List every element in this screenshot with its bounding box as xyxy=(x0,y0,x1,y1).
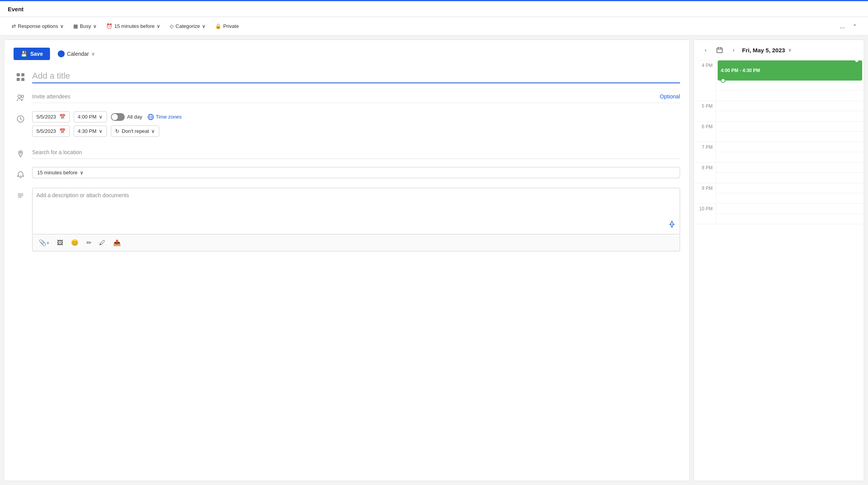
response-options-button[interactable]: ⇄ Response options ∨ xyxy=(8,21,68,31)
start-datetime-row: 5/5/2023 📅 4:00 PM ∨ All day xyxy=(32,111,680,122)
repeat-chevron-icon: ∨ xyxy=(151,128,155,134)
insert-button[interactable]: 📤 xyxy=(111,237,123,248)
repeat-icon: ↻ xyxy=(115,128,119,134)
attendees-field-container: Invite attendees Optional xyxy=(32,90,680,103)
reminder-toolbar-button[interactable]: ⏰ 15 minutes before ∨ xyxy=(102,21,164,31)
more-dots-icon: ... xyxy=(840,23,845,29)
time-slot-7pm[interactable] xyxy=(716,142,864,162)
emoji-button[interactable]: 😊 xyxy=(69,237,81,248)
reminder-chevron-icon: ∨ xyxy=(157,23,160,29)
time-row-4pm: 4 PM 4:00 PM - 4:30 PM xyxy=(694,60,864,101)
diamond-icon xyxy=(668,220,676,230)
response-options-chevron-icon: ∨ xyxy=(60,23,64,29)
calendar-date-label[interactable]: Fri, May 5, 2023 xyxy=(742,47,785,53)
globe-icon xyxy=(148,114,154,120)
time-row-6pm: 6 PM xyxy=(694,122,864,142)
datetime-fields-1: 5/5/2023 📅 4:00 PM ∨ All day xyxy=(32,111,680,140)
attach-button[interactable]: 📎 ∨ xyxy=(36,237,52,248)
nav-next-button[interactable]: › xyxy=(728,45,739,55)
emoji-icon: 😊 xyxy=(71,239,79,246)
time-slot-6pm[interactable] xyxy=(716,122,864,142)
svg-point-10 xyxy=(20,152,21,153)
collapse-chevron-icon: ⌃ xyxy=(852,23,857,29)
time-label-9pm: 9 PM xyxy=(694,183,716,191)
collapse-button[interactable]: ⌃ xyxy=(849,21,860,31)
time-row-10pm: 10 PM xyxy=(694,204,864,224)
location-pin-icon xyxy=(14,147,28,161)
event-handle-bottom[interactable] xyxy=(721,78,725,83)
categorize-icon: ◇ xyxy=(170,23,174,29)
svg-rect-3 xyxy=(21,78,24,81)
event-handle-top[interactable] xyxy=(854,60,859,63)
save-section: 💾 Save Calendar ∨ xyxy=(14,48,680,60)
save-button[interactable]: 💾 Save xyxy=(14,48,50,60)
description-placeholder: Add a description or attach documents xyxy=(36,192,129,198)
repeat-selector[interactable]: ↻ Don't repeat ∨ xyxy=(111,126,159,137)
calendar-icon: 📅 xyxy=(59,114,65,120)
busy-button[interactable]: ▦ Busy ∨ xyxy=(69,21,101,31)
calendar-date-chevron-icon: ∨ xyxy=(788,47,792,53)
time-grid: 4 PM 4:00 PM - 4:30 PM 5 PM xyxy=(694,60,864,481)
main-layout: 💾 Save Calendar ∨ xyxy=(0,36,868,485)
insert-icon: 📤 xyxy=(113,239,121,246)
title-row xyxy=(14,69,680,84)
calendar-chevron-icon: ∨ xyxy=(91,51,95,57)
time-label-10pm: 10 PM xyxy=(694,204,716,212)
svg-rect-1 xyxy=(21,73,24,76)
start-time-picker[interactable]: 4:00 PM ∨ xyxy=(74,111,107,122)
title-input[interactable] xyxy=(32,69,680,83)
paperclip-icon: 📎 xyxy=(39,239,46,246)
draw-button[interactable]: 🖊 xyxy=(97,238,108,248)
time-label-6pm: 6 PM xyxy=(694,122,716,129)
toolbar: ⇄ Response options ∨ ▦ Busy ∨ ⏰ 15 minut… xyxy=(0,17,868,36)
allday-toggle[interactable] xyxy=(111,113,125,121)
time-slot-10pm[interactable] xyxy=(716,204,864,224)
event-block[interactable]: 4:00 PM - 4:30 PM xyxy=(718,60,862,81)
time-label-5pm: 5 PM xyxy=(694,101,716,109)
allday-toggle-row: All day xyxy=(111,113,142,121)
attach-chevron-icon: ∨ xyxy=(46,241,49,245)
insert-image-button[interactable]: 🖼 xyxy=(55,238,65,248)
description-row: Add a description or attach documents 📎 … xyxy=(14,188,680,251)
title-field-container xyxy=(32,69,680,83)
time-slot-4pm[interactable]: 4:00 PM - 4:30 PM xyxy=(716,60,864,101)
start-date-picker[interactable]: 5/5/2023 📅 xyxy=(32,111,70,122)
top-bar: Event xyxy=(0,0,868,17)
end-time-picker[interactable]: 4:30 PM ∨ xyxy=(74,126,107,137)
categorize-button[interactable]: ◇ Categorize ∨ xyxy=(166,21,210,31)
svg-rect-14 xyxy=(717,48,722,53)
time-slot-5pm[interactable] xyxy=(716,101,864,121)
optional-link[interactable]: Optional xyxy=(660,93,680,100)
svg-rect-2 xyxy=(17,78,20,81)
calendar-nav: ‹ › Fri, May 5, 2023 ∨ xyxy=(694,40,864,60)
busy-icon: ▦ xyxy=(73,23,78,29)
time-slot-9pm[interactable] xyxy=(716,183,864,203)
reminder-bell-icon xyxy=(14,168,28,182)
time-row-5pm: 5 PM xyxy=(694,101,864,122)
start-time-chevron-icon: ∨ xyxy=(99,114,103,120)
datetime-row-1: 5/5/2023 📅 4:00 PM ∨ All day xyxy=(14,111,680,140)
private-lock-icon: 🔒 xyxy=(215,23,221,29)
reminder-dropdown[interactable]: 15 minutes before ∨ xyxy=(32,167,680,178)
nav-today-button[interactable] xyxy=(714,45,725,55)
calendar-selector[interactable]: Calendar ∨ xyxy=(55,48,98,59)
private-button[interactable]: 🔒 Private xyxy=(211,21,243,31)
more-options-button[interactable]: ... xyxy=(837,21,848,32)
time-slot-8pm[interactable] xyxy=(716,163,864,183)
location-input[interactable] xyxy=(32,146,680,159)
highlight-button[interactable]: ✏ xyxy=(84,237,94,248)
svg-point-5 xyxy=(21,95,24,98)
calendar-panel: ‹ › Fri, May 5, 2023 ∨ 4 PM xyxy=(694,40,864,481)
location-field-container xyxy=(32,146,680,159)
description-editor[interactable]: Add a description or attach documents xyxy=(32,188,680,234)
busy-chevron-icon: ∨ xyxy=(93,23,97,29)
nav-prev-button[interactable]: ‹ xyxy=(700,45,711,55)
description-field-container: Add a description or attach documents 📎 … xyxy=(32,188,680,251)
timezone-link[interactable]: Time zones xyxy=(148,114,182,120)
clock-icon xyxy=(14,112,28,126)
svg-point-4 xyxy=(18,95,21,98)
end-date-picker[interactable]: 5/5/2023 📅 xyxy=(32,126,70,137)
calendar-dot-icon xyxy=(58,50,65,57)
attendees-icon xyxy=(14,91,28,105)
reminder-field-container: 15 minutes before ∨ xyxy=(32,167,680,178)
